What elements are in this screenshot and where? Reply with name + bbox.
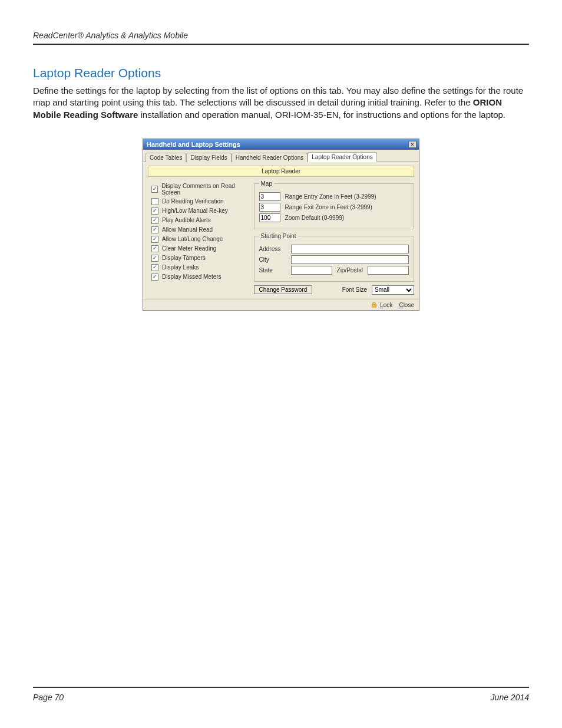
checkbox[interactable]: ✓	[151, 186, 158, 193]
map-group: Map Range Entry Zone in Feet (3-2999) Ra…	[254, 180, 414, 229]
option-row: ✓Allow Manual Read	[151, 226, 249, 233]
close-link[interactable]: Close	[399, 302, 414, 308]
option-row: Do Reading Verification	[151, 198, 249, 205]
page-date: June 2014	[491, 693, 529, 702]
city-input[interactable]	[291, 255, 409, 264]
zoom-default-label: Zoom Default (0-9999)	[285, 215, 345, 221]
address-input[interactable]	[291, 245, 409, 253]
checkbox[interactable]: ✓	[151, 236, 158, 243]
checkbox[interactable]: ✓	[151, 274, 158, 281]
checkbox-label: Display Missed Meters	[162, 274, 222, 280]
starting-point-group: Starting Point Address City State	[254, 233, 414, 282]
map-legend: Map	[259, 180, 274, 187]
range-entry-label: Range Entry Zone in Feet (3-2999)	[285, 193, 376, 200]
para-post: installation and operation manual, ORI-I…	[141, 110, 506, 120]
dialog-body: Laptop Reader ✓Display Comments on Read …	[143, 162, 419, 299]
range-exit-label: Range Exit Zone in Feet (3-2999)	[285, 204, 372, 210]
checkbox-label: Display Comments on Read Screen	[161, 183, 249, 196]
dialog-close-button[interactable]: ×	[408, 141, 416, 148]
checkbox-label: Clear Meter Reading	[162, 245, 216, 252]
dialog-footer: Lock Close	[143, 299, 419, 310]
settings-dialog: Handheld and Laptop Settings × Code Tabl…	[143, 139, 419, 311]
checkbox-label: High/Low Manual Re-key	[162, 207, 228, 214]
checkbox-label: Allow Lat/Long Change	[162, 236, 223, 242]
checkbox-label: Display Leaks	[162, 264, 199, 271]
option-row: ✓Display Comments on Read Screen	[151, 183, 249, 196]
section-paragraph: Define the settings for the laptop by se…	[33, 85, 529, 121]
checkbox-label: Do Reading Verification	[162, 198, 224, 205]
checkbox[interactable]: ✓	[151, 217, 158, 224]
lock-link[interactable]: Lock	[380, 302, 392, 308]
font-size-select[interactable]: Small	[372, 285, 414, 295]
option-row: ✓Display Missed Meters	[151, 274, 249, 281]
dialog-title: Handheld and Laptop Settings	[147, 141, 240, 148]
state-input[interactable]	[291, 266, 332, 275]
font-size-label: Font Size	[342, 286, 367, 293]
checkbox[interactable]: ✓	[151, 245, 158, 252]
option-row: ✓Play Audible Alerts	[151, 217, 249, 224]
page-number: Page 70	[33, 693, 64, 702]
option-row: ✓Display Tampers	[151, 255, 249, 262]
checkbox[interactable]: ✓	[151, 264, 158, 271]
dialog-titlebar: Handheld and Laptop Settings ×	[143, 139, 419, 150]
checkbox[interactable]: ✓	[151, 226, 158, 233]
dialog-tabs: Code TablesDisplay FieldsHandheld Reader…	[143, 150, 419, 162]
city-label: City	[259, 256, 286, 263]
tab-laptop-reader-options[interactable]: Laptop Reader Options	[308, 152, 376, 162]
address-label: Address	[259, 246, 286, 252]
option-row: ✓Allow Lat/Long Change	[151, 236, 249, 243]
lock-icon	[371, 302, 377, 308]
state-label: State	[259, 267, 286, 274]
starting-point-legend: Starting Point	[259, 233, 298, 239]
checkbox-label: Allow Manual Read	[162, 226, 213, 233]
range-exit-input[interactable]	[259, 203, 280, 212]
page-footer: Page 70 June 2014	[33, 687, 529, 702]
options-column: ✓Display Comments on Read ScreenDo Readi…	[148, 180, 249, 295]
para-pre: Define the settings for the laptop by se…	[33, 85, 523, 107]
option-row: ✓High/Low Manual Re-key	[151, 207, 249, 215]
tab-handheld-reader-options[interactable]: Handheld Reader Options	[232, 153, 308, 162]
zip-label: Zip/Postal	[337, 267, 363, 274]
range-entry-input[interactable]	[259, 192, 280, 201]
tab-code-tables[interactable]: Code Tables	[146, 153, 186, 162]
change-password-button[interactable]: Change Password	[254, 285, 313, 294]
zip-input[interactable]	[368, 266, 409, 275]
checkbox[interactable]: ✓	[151, 207, 158, 215]
svg-rect-0	[372, 304, 376, 307]
tab-display-fields[interactable]: Display Fields	[186, 153, 231, 162]
panel-header: Laptop Reader	[148, 166, 414, 177]
section-title: Laptop Reader Options	[33, 66, 529, 80]
option-row: ✓Clear Meter Reading	[151, 245, 249, 252]
checkbox[interactable]	[151, 198, 158, 205]
checkbox-label: Display Tampers	[162, 255, 206, 261]
zoom-default-input[interactable]	[259, 213, 280, 222]
checkbox-label: Play Audible Alerts	[162, 217, 211, 223]
running-header: ReadCenter® Analytics & Analytics Mobile	[33, 31, 529, 45]
option-row: ✓Display Leaks	[151, 264, 249, 271]
checkbox[interactable]: ✓	[151, 255, 158, 262]
